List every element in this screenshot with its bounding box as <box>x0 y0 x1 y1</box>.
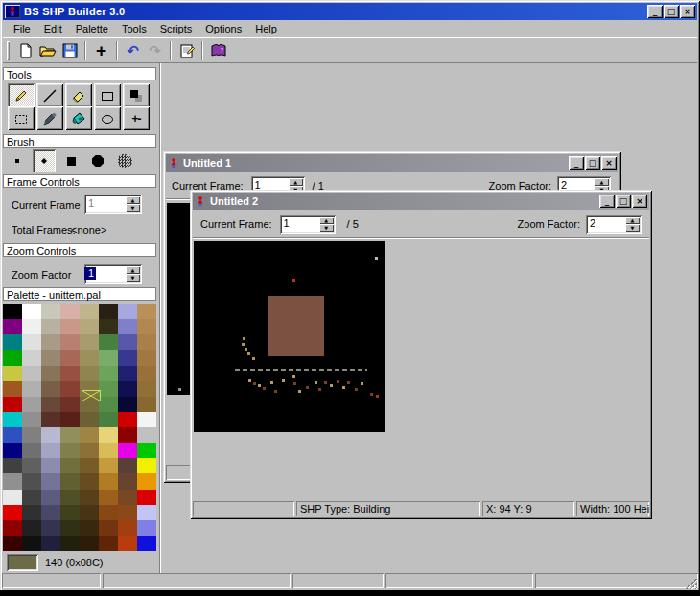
palette-swatch[interactable] <box>118 327 137 334</box>
palette-swatch[interactable] <box>80 473 99 481</box>
palette-swatch[interactable] <box>3 381 22 389</box>
spin-down-icon[interactable]: ▼ <box>625 224 640 232</box>
palette-swatch[interactable] <box>60 404 80 412</box>
palette-swatch[interactable] <box>80 427 99 435</box>
palette-swatch[interactable] <box>22 528 41 536</box>
zoom-factor-spinner[interactable]: 1 ▲ ▼ <box>84 264 142 284</box>
palette-swatch[interactable] <box>22 397 41 404</box>
sprite-pixel[interactable] <box>247 352 250 355</box>
palette-swatch[interactable] <box>3 304 22 311</box>
resize-grip[interactable] <box>686 578 697 589</box>
palette-swatch[interactable] <box>3 319 22 327</box>
sprite-square[interactable] <box>268 296 324 356</box>
palette-swatch[interactable] <box>3 528 22 536</box>
spin-up-icon[interactable]: ▲ <box>126 266 140 274</box>
palette-swatch[interactable] <box>118 528 137 536</box>
palette-swatch[interactable] <box>99 404 118 412</box>
palette-swatch[interactable] <box>22 334 41 342</box>
palette-swatch[interactable] <box>118 497 137 505</box>
palette-swatch[interactable] <box>41 520 60 528</box>
palette-swatch[interactable] <box>22 466 41 473</box>
tool-pencil-button[interactable] <box>8 83 35 107</box>
brush-4px-button[interactable] <box>59 149 82 172</box>
palette-swatch[interactable] <box>60 427 80 435</box>
untitled2-title-bar[interactable]: Untitled 2 _ □ × <box>193 193 649 210</box>
palette-swatch[interactable] <box>41 412 60 420</box>
palette-swatch[interactable] <box>118 435 137 443</box>
sprite-pixel[interactable] <box>370 393 373 396</box>
palette-swatch[interactable] <box>137 435 156 443</box>
sprite-pixel[interactable] <box>292 375 295 378</box>
palette-swatch[interactable] <box>137 366 156 374</box>
untitled1-title-bar[interactable]: Untitled 1 _ □ × <box>166 154 618 172</box>
tool-eraser-button[interactable] <box>65 83 92 107</box>
palette-swatch[interactable] <box>118 389 137 397</box>
palette-swatch[interactable] <box>137 443 156 450</box>
palette-swatch[interactable] <box>80 543 99 551</box>
current-frame-value[interactable]: 1 <box>84 195 124 214</box>
palette-swatch[interactable] <box>22 357 41 365</box>
palette-swatch[interactable] <box>80 327 99 334</box>
sprite-pixel[interactable] <box>375 257 378 260</box>
palette-swatch[interactable] <box>137 420 156 427</box>
palette-swatch[interactable] <box>118 334 137 342</box>
sprite-pixel[interactable] <box>355 388 358 391</box>
palette-swatch[interactable] <box>99 473 118 481</box>
palette-swatch[interactable] <box>22 505 41 513</box>
palette-swatch[interactable] <box>41 311 60 319</box>
brush-1px-button[interactable] <box>6 149 29 172</box>
palette-swatch[interactable] <box>60 490 80 497</box>
palette-swatch[interactable] <box>80 481 99 489</box>
tool-ellipse-button[interactable] <box>94 106 121 130</box>
palette-swatch[interactable] <box>41 334 60 342</box>
palette-swatch[interactable] <box>60 528 80 536</box>
menu-item-tools[interactable]: Tools <box>115 21 153 36</box>
palette-swatch[interactable] <box>99 350 118 357</box>
palette-swatch[interactable] <box>137 427 156 435</box>
spin-down-icon[interactable]: ▼ <box>126 204 140 212</box>
palette-swatch[interactable] <box>22 319 41 327</box>
palette-swatch[interactable] <box>118 427 137 435</box>
palette-swatch[interactable] <box>3 350 22 357</box>
palette-swatch[interactable] <box>3 513 22 520</box>
palette-swatch[interactable] <box>41 319 60 327</box>
palette-swatch[interactable] <box>80 466 99 473</box>
tool-eyedropper-button[interactable] <box>36 106 63 130</box>
palette-swatch[interactable] <box>22 427 41 435</box>
palette-swatch[interactable] <box>99 389 118 397</box>
palette-swatch[interactable] <box>80 357 99 365</box>
palette-swatch[interactable] <box>3 505 22 513</box>
palette-swatch[interactable] <box>22 497 41 505</box>
palette-swatch[interactable] <box>137 466 156 473</box>
palette-swatch[interactable] <box>41 304 60 311</box>
palette-swatch[interactable] <box>22 473 41 481</box>
palette-swatch[interactable] <box>22 513 41 520</box>
palette-swatch[interactable] <box>118 443 137 450</box>
palette-swatch[interactable] <box>22 350 41 357</box>
palette-swatch[interactable] <box>60 397 80 404</box>
minimize-button[interactable]: _ <box>599 195 615 208</box>
palette-swatch[interactable] <box>80 435 99 443</box>
title-bar[interactable]: BS SHP Builder 3.0 _ □ × <box>3 3 697 20</box>
palette-swatch[interactable] <box>99 319 118 327</box>
sprite-pixel[interactable] <box>243 337 245 340</box>
sprite-pixel[interactable] <box>376 395 379 398</box>
palette-swatch[interactable] <box>80 458 99 466</box>
palette-swatch[interactable] <box>3 404 22 412</box>
palette-swatch[interactable] <box>137 528 156 536</box>
palette-swatch[interactable] <box>80 381 99 389</box>
palette-swatch[interactable] <box>80 404 99 412</box>
save-button[interactable] <box>58 40 81 61</box>
palette-swatch[interactable] <box>118 481 137 489</box>
palette-swatch[interactable] <box>41 466 60 473</box>
tool-fill-button[interactable] <box>65 106 92 130</box>
palette-swatch[interactable] <box>60 342 80 350</box>
palette-swatch[interactable] <box>60 450 80 458</box>
palette-swatch[interactable] <box>3 520 22 528</box>
palette-swatch[interactable] <box>137 473 156 481</box>
palette-swatch[interactable] <box>60 389 80 397</box>
palette-swatch[interactable] <box>99 536 118 543</box>
redo-button[interactable]: ↷ <box>144 40 166 61</box>
minimize-button[interactable]: _ <box>647 5 663 18</box>
palette-swatch[interactable] <box>80 374 99 381</box>
